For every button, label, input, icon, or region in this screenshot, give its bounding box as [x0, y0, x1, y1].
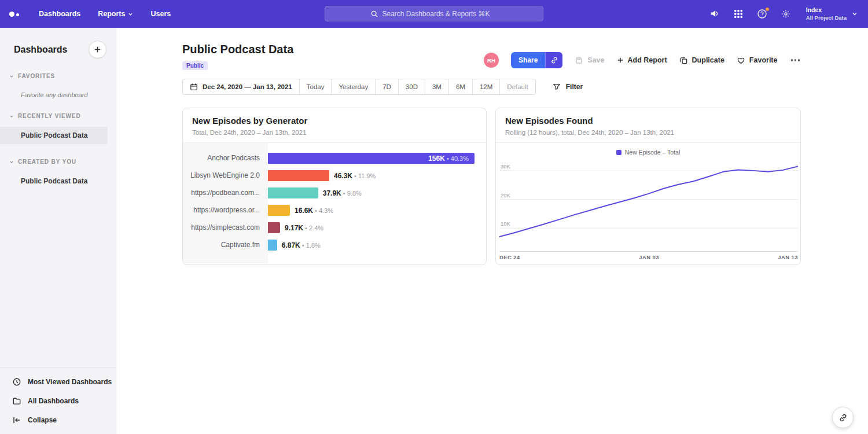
nav-left: Dashboards Reports Users [9, 10, 171, 18]
date-range-label: Dec 24, 2020 — Jan 13, 2021 [203, 79, 292, 94]
bar-category-label: https://podbean.com... [183, 189, 268, 197]
line-series[interactable] [499, 166, 798, 237]
sidebar-item-public-podcast-data[interactable]: Public Podcast Data [0, 127, 108, 144]
line-plot-area[interactable]: 10K20K30K [499, 159, 798, 252]
bar-segment[interactable] [268, 205, 290, 216]
project-selector[interactable]: Index All Project Data [806, 6, 858, 21]
chevron-down-icon [9, 114, 14, 119]
report-card-new-episodes-found: New Episodes Found Rolling (12 hours), t… [495, 108, 801, 265]
main-content: Public Podcast Data Public RH Share Save [116, 28, 868, 434]
bar-track: 156K • 40.3% [268, 153, 475, 164]
card-subtitle: Rolling (12 hours), total, Dec 24th, 202… [505, 129, 791, 136]
card-header: New Episodes Found Rolling (12 hours), t… [496, 108, 800, 143]
card-title[interactable]: New Episodes by Generator [192, 116, 477, 126]
favorites-empty-note: Favorite any dashboard [0, 91, 116, 98]
line-chart-svg [499, 159, 798, 251]
nav-item-users[interactable]: Users [150, 10, 171, 18]
notification-badge [765, 7, 770, 12]
card-title[interactable]: New Episodes Found [505, 116, 791, 126]
chevron-down-icon [9, 160, 14, 164]
bar-track: 16.6K • 4.3% [268, 205, 475, 216]
date-preset-default[interactable]: Default [499, 79, 535, 94]
date-preset-12m[interactable]: 12M [472, 79, 499, 94]
date-toolbar: Dec 24, 2020 — Jan 13, 2021 TodayYesterd… [182, 79, 583, 95]
bar-value-label: 16.6K • 4.3% [295, 205, 333, 215]
bar-segment[interactable] [268, 240, 277, 251]
sidebar-item-public-podcast-data[interactable]: Public Podcast Data [0, 172, 116, 190]
report-card-new-episodes-by-generator: New Episodes by Generator Total, Dec 24t… [182, 108, 487, 265]
bar-segment[interactable] [268, 170, 329, 181]
chevron-down-icon [128, 12, 133, 17]
more-options-button[interactable] [790, 57, 801, 64]
all-dashboards-button[interactable]: All Dashboards [0, 391, 116, 410]
nav-item-dashboards[interactable]: Dashboards [39, 10, 80, 18]
bar-row: https://simplecast.com9.17K • 2.4% [183, 219, 475, 236]
bar-track: 46.3K • 11.9% [268, 170, 475, 181]
line-chart[interactable]: New Episode – Total 10K20K30K DEC 24 JAN… [496, 143, 800, 263]
heart-icon [737, 56, 745, 65]
card-header: New Episodes by Generator Total, Dec 24t… [183, 108, 486, 143]
global-search[interactable] [325, 6, 543, 21]
share-button[interactable]: Share [511, 52, 545, 68]
sidebar-title: Dashboards [14, 45, 67, 55]
date-presets: TodayYesterday7D30D3M6M12MDefault [299, 79, 535, 94]
date-preset-3m[interactable]: 3M [425, 79, 448, 94]
bar-segment[interactable] [268, 187, 318, 198]
header-actions: RH Share Save Add Report [484, 52, 801, 68]
date-preset-today[interactable]: Today [299, 79, 332, 94]
settings-gear-icon[interactable] [780, 8, 792, 20]
add-report-button[interactable]: Add Report [617, 56, 667, 64]
date-preset-6m[interactable]: 6M [448, 79, 472, 94]
help-icon[interactable] [756, 8, 768, 20]
search-input[interactable] [382, 10, 498, 18]
footer-item-label: Collapse [28, 416, 57, 424]
sidebar-section-created-by-you[interactable]: CREATED BY YOU [0, 159, 116, 165]
add-report-label: Add Report [628, 56, 667, 64]
sidebar-section-favorites[interactable]: FAVORITES [0, 73, 116, 79]
project-text: Index All Project Data [806, 6, 847, 21]
link-icon [550, 56, 558, 64]
collapse-sidebar-button[interactable]: Collapse [0, 410, 116, 429]
footer-item-label: All Dashboards [28, 397, 79, 405]
collapse-left-icon [12, 415, 21, 425]
legend-label: New Episode – Total [625, 149, 681, 156]
apps-grid-icon[interactable] [733, 8, 744, 20]
section-label: RECENTLY VIEWED [18, 113, 81, 119]
date-range-picker[interactable]: Dec 24, 2020 — Jan 13, 2021 [183, 79, 299, 94]
nav-right: Index All Project Data [709, 6, 858, 21]
nav-item-label: Users [150, 10, 171, 18]
filter-button[interactable]: Filter [553, 83, 583, 91]
share-split-button: Share [511, 52, 562, 68]
avatar[interactable]: RH [484, 53, 499, 68]
clock-icon [12, 377, 21, 387]
nav-item-reports[interactable]: Reports [98, 10, 133, 18]
date-preset-30d[interactable]: 30D [398, 79, 425, 94]
bar-segment[interactable] [268, 222, 280, 233]
bar-chart[interactable]: Anchor Podcasts156K • 40.3%Libsyn WebEng… [183, 143, 486, 263]
duplicate-button[interactable]: Duplicate [679, 56, 724, 65]
bar-value-label: 156K • 40.3% [428, 153, 469, 163]
date-preset-7d[interactable]: 7D [375, 79, 398, 94]
nav-item-label: Dashboards [39, 10, 80, 18]
duplicate-icon [679, 56, 688, 65]
duplicate-label: Duplicate [692, 56, 724, 64]
announcements-icon[interactable] [709, 8, 720, 20]
x-tick-label: JAN 13 [778, 254, 798, 260]
filter-funnel-icon [553, 83, 561, 91]
sidebar: Dashboards FAVORITES Favorite any dashbo… [0, 28, 116, 434]
logo-icon[interactable] [9, 12, 19, 17]
copy-link-button[interactable] [545, 52, 562, 68]
copy-page-link-button[interactable] [832, 407, 854, 428]
most-viewed-dashboards-button[interactable]: Most Viewed Dashboards [0, 372, 116, 391]
add-dashboard-button[interactable] [89, 41, 106, 58]
plus-icon [617, 57, 624, 64]
y-tick-label: 30K [501, 163, 510, 170]
date-preset-yesterday[interactable]: Yesterday [331, 79, 375, 94]
bar-value-label: 37.9K • 9.8% [323, 187, 362, 198]
save-button[interactable]: Save [575, 56, 604, 65]
favorite-button[interactable]: Favorite [737, 56, 778, 65]
bar-track: 37.9K • 9.8% [268, 187, 475, 198]
sidebar-section-recently-viewed[interactable]: RECENTLY VIEWED [0, 113, 116, 119]
save-icon [575, 56, 583, 65]
link-icon [838, 413, 848, 422]
